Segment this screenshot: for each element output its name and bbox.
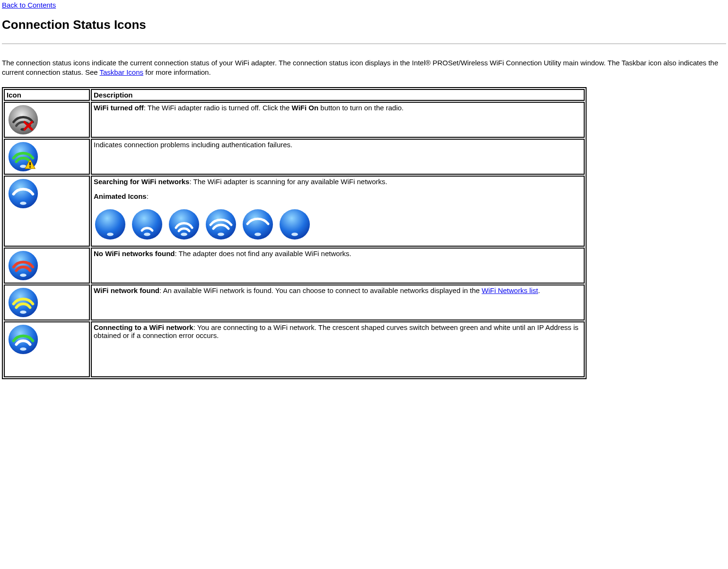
icon-cell (4, 321, 90, 377)
anim-frame-icon (94, 208, 127, 241)
row6-bold: Connecting to a WiFi network (94, 323, 193, 331)
wifi-found-icon (7, 286, 40, 319)
anim-frame-icon (204, 208, 237, 241)
icon-cell (4, 284, 90, 320)
wifi-networks-list-link[interactable]: WiFi Networks list (482, 286, 538, 294)
row5-bold: WiFi network found (94, 286, 159, 294)
row5-afterlink: . (538, 286, 540, 294)
wifi-problem-icon (7, 141, 40, 173)
desc-cell: Connecting to a WiFi network: You are co… (91, 321, 585, 377)
page-title: Connection Status Icons (2, 18, 726, 32)
table-row: Connecting to a WiFi network: You are co… (4, 321, 585, 377)
svg-point-19 (291, 232, 298, 236)
svg-point-11 (144, 232, 150, 236)
svg-point-17 (254, 232, 261, 236)
svg-point-23 (20, 311, 26, 314)
wifi-none-found-icon (7, 249, 40, 282)
table-row: WiFi network found: An available WiFi ne… (4, 284, 585, 320)
row1-bold: WiFi turned off (94, 104, 144, 112)
row1-bold2: WiFi On (292, 104, 319, 112)
icons-table: Icon Description (2, 87, 587, 379)
desc-cell: No WiFi networks found: The adapter does… (91, 248, 585, 284)
svg-point-7 (20, 202, 26, 205)
anim-frame-icon (278, 208, 311, 241)
wifi-searching-icon (7, 178, 40, 210)
desc-cell: WiFi network found: An available WiFi ne… (91, 284, 585, 320)
svg-rect-4 (29, 162, 31, 165)
icon-cell (4, 139, 90, 175)
wifi-connecting-icon (7, 323, 40, 356)
row1-after: : The WiFi adapter radio is turned off. … (144, 104, 292, 112)
row5-after: : An available WiFi network is found. Yo… (159, 286, 482, 294)
table-header-row: Icon Description (4, 89, 585, 101)
svg-point-9 (107, 232, 114, 236)
svg-point-15 (218, 232, 224, 236)
anim-frame-icon (131, 208, 164, 241)
back-to-contents-link[interactable]: Back to Contents (2, 1, 56, 9)
row3-after: : The WiFi adapter is scanning for any a… (189, 178, 387, 186)
icon-cell (4, 102, 90, 138)
desc-cell: Searching for WiFi networks: The WiFi ad… (91, 176, 585, 247)
row1-after2: button to turn on the radio. (318, 104, 403, 112)
row3-subhead-after: : (147, 192, 149, 200)
table-row: No WiFi networks found: The adapter does… (4, 248, 585, 284)
icon-cell (4, 248, 90, 284)
table-row: WiFi turned off: The WiFi adapter radio … (4, 102, 585, 138)
row3-subhead: Animated Icons (94, 192, 147, 200)
wifi-off-icon (7, 104, 40, 136)
anim-frame-icon (241, 208, 274, 241)
svg-rect-5 (29, 166, 31, 168)
table-row: Indicates connection problems including … (4, 139, 585, 175)
header-icon: Icon (4, 89, 90, 101)
desc-cell: Indicates connection problems including … (91, 139, 585, 175)
table-row: Searching for WiFi networks: The WiFi ad… (4, 176, 585, 247)
header-description: Description (91, 89, 585, 101)
row3-bold: Searching for WiFi networks (94, 178, 189, 186)
row4-bold: No WiFi networks found (94, 249, 175, 258)
svg-point-21 (20, 274, 26, 277)
svg-point-25 (20, 347, 26, 351)
svg-point-13 (181, 232, 187, 236)
anim-frame-icon (167, 208, 201, 241)
desc-cell: WiFi turned off: The WiFi adapter radio … (91, 102, 585, 138)
taskbar-icons-link[interactable]: Taskbar Icons (100, 68, 144, 76)
intro-text-after: for more information. (145, 68, 211, 76)
animated-icons-row (94, 208, 582, 241)
intro-paragraph: The connection status icons indicate the… (2, 58, 726, 78)
row4-after: : The adapter does not find any availabl… (175, 249, 351, 258)
icon-cell (4, 176, 90, 247)
divider (2, 44, 726, 44)
row2-text: Indicates connection problems including … (94, 141, 292, 149)
